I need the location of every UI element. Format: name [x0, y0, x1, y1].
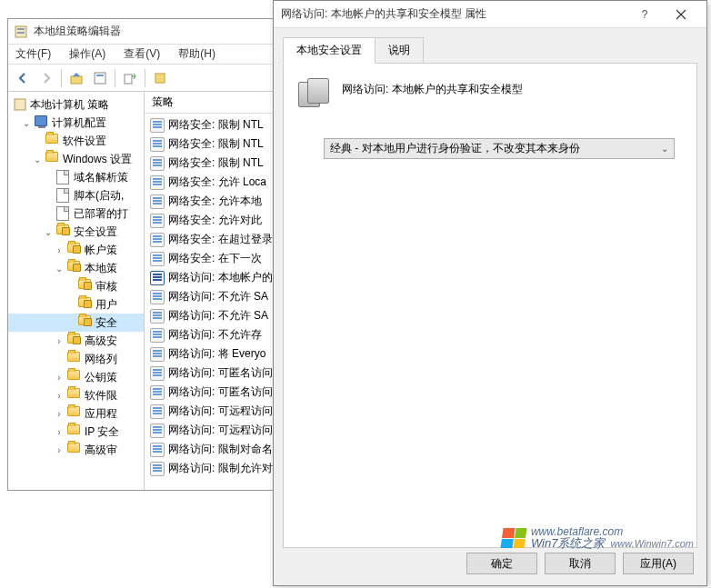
tree-item[interactable]: 已部署的打	[8, 204, 144, 223]
dropdown-value: 经典 - 对本地用户进行身份验证，不改变其本来身份	[330, 141, 661, 156]
chevron-down-icon: ⌄	[661, 144, 668, 154]
close-button[interactable]	[663, 2, 699, 27]
properties-dialog: 网络访问: 本地帐户的共享和安全模型 属性 ? 本地安全设置 说明 网络访问: …	[273, 0, 707, 586]
tree-item[interactable]: 网络列	[8, 350, 144, 368]
up-button[interactable]	[65, 67, 87, 89]
collapse-icon[interactable]: ⌄	[54, 263, 65, 274]
tree-item[interactable]: ›高级安	[8, 332, 144, 350]
tab-content: 网络访问: 本地帐户的共享和安全模型 经典 - 对本地用户进行身份验证，不改变其…	[283, 63, 697, 548]
policy-icon	[150, 252, 165, 266]
tree-panel[interactable]: 本地计算机 策略 ⌄计算机配置软件设置⌄Windows 设置域名解析策脚本(启动…	[8, 92, 145, 490]
svg-rect-1	[17, 28, 25, 30]
tree-item[interactable]: 安全	[8, 314, 144, 332]
tree-item[interactable]: ›公钥策	[8, 368, 144, 386]
tree-item[interactable]: ⌄安全设置	[8, 223, 144, 241]
forward-button[interactable]	[35, 67, 57, 89]
svg-rect-5	[96, 75, 104, 76]
policy-icon	[150, 347, 165, 362]
expand-icon[interactable]: ›	[54, 426, 65, 437]
tree-item[interactable]: ›应用程	[8, 404, 144, 423]
policy-icon	[150, 118, 165, 133]
policy-icon	[150, 175, 165, 190]
tab-description[interactable]: 说明	[375, 37, 424, 64]
ok-button[interactable]: 确定	[466, 553, 537, 574]
menu-action[interactable]: 操作(A)	[65, 45, 109, 64]
policy-icon	[150, 366, 165, 381]
expand-icon[interactable]: ›	[54, 390, 65, 401]
policy-icon	[150, 194, 165, 209]
tree-item[interactable]: ›高级审	[8, 441, 144, 459]
policy-icon	[150, 328, 165, 343]
refresh-button[interactable]	[149, 67, 171, 89]
expand-icon[interactable]: ›	[54, 408, 65, 419]
back-button[interactable]	[12, 67, 34, 89]
collapse-icon[interactable]: ⌄	[32, 154, 43, 164]
tree-item[interactable]: ⌄Windows 设置	[8, 150, 144, 168]
properties-button[interactable]	[89, 67, 111, 89]
svg-rect-6	[125, 75, 132, 84]
policy-icon	[150, 271, 165, 285]
watermark: www.betaflare.com Win7系统之家 www.Winwin7.c…	[502, 526, 694, 549]
svg-rect-8	[15, 99, 25, 110]
policy-icon	[150, 385, 165, 400]
tree-root[interactable]: 本地计算机 策略	[8, 95, 144, 114]
window-title: 本地组策略编辑器	[34, 24, 121, 39]
help-button[interactable]: ?	[626, 2, 663, 27]
tree-item[interactable]: 审核	[8, 277, 144, 295]
dialog-title-bar[interactable]: 网络访问: 本地帐户的共享和安全模型 属性 ?	[274, 1, 706, 28]
policy-icon	[150, 156, 165, 171]
server-icon	[298, 78, 331, 111]
svg-rect-3	[71, 76, 82, 84]
policy-icon	[150, 443, 165, 457]
tab-local-security[interactable]: 本地安全设置	[283, 37, 376, 64]
cancel-button[interactable]: 取消	[545, 553, 616, 574]
expand-icon[interactable]: ›	[54, 244, 65, 255]
tree-item[interactable]: 软件设置	[8, 132, 144, 150]
apply-button[interactable]: 应用(A)	[623, 553, 694, 574]
svg-rect-4	[95, 73, 105, 84]
svg-rect-2	[17, 32, 25, 34]
tree-item[interactable]: ›帐户策	[8, 241, 144, 259]
expand-icon[interactable]: ›	[54, 444, 65, 455]
dialog-title: 网络访问: 本地帐户的共享和安全模型 属性	[281, 6, 626, 22]
windows-flag-icon	[500, 528, 526, 548]
security-model-dropdown[interactable]: 经典 - 对本地用户进行身份验证，不改变其本来身份 ⌄	[324, 138, 675, 159]
policy-icon	[150, 214, 165, 228]
tree-item[interactable]: ›IP 安全	[8, 423, 144, 441]
policy-icon	[150, 404, 165, 419]
expand-icon[interactable]: ›	[54, 372, 65, 383]
menu-help[interactable]: 帮助(H)	[175, 45, 219, 64]
app-icon	[14, 25, 28, 39]
policy-root-icon	[13, 97, 27, 112]
policy-icon	[150, 424, 165, 438]
tab-strip: 本地安全设置 说明	[274, 28, 706, 64]
dialog-button-row: 确定 取消 应用(A)	[466, 553, 694, 574]
collapse-icon[interactable]: ⌄	[21, 117, 32, 128]
policy-icon	[150, 462, 165, 476]
export-button[interactable]	[119, 67, 141, 89]
policy-name-label: 网络访问: 本地帐户的共享和安全模型	[342, 78, 523, 97]
close-icon	[676, 9, 686, 20]
policy-icon	[150, 309, 165, 324]
tree-item[interactable]: ›软件限	[8, 386, 144, 404]
tree-item[interactable]: 脚本(启动,	[8, 186, 144, 204]
expand-icon[interactable]: ›	[54, 335, 65, 346]
tree-item[interactable]: ⌄计算机配置	[8, 114, 144, 132]
policy-icon	[150, 233, 165, 247]
collapse-icon[interactable]: ⌄	[43, 226, 54, 237]
policy-icon	[150, 290, 165, 304]
tree-item[interactable]: 域名解析策	[8, 168, 144, 186]
menu-view[interactable]: 查看(V)	[120, 45, 164, 64]
menu-file[interactable]: 文件(F)	[12, 45, 55, 64]
tree-item[interactable]: ⌄本地策	[8, 259, 144, 277]
svg-rect-7	[155, 74, 165, 83]
tree-item[interactable]: 用户	[8, 295, 144, 314]
policy-icon	[150, 137, 165, 152]
